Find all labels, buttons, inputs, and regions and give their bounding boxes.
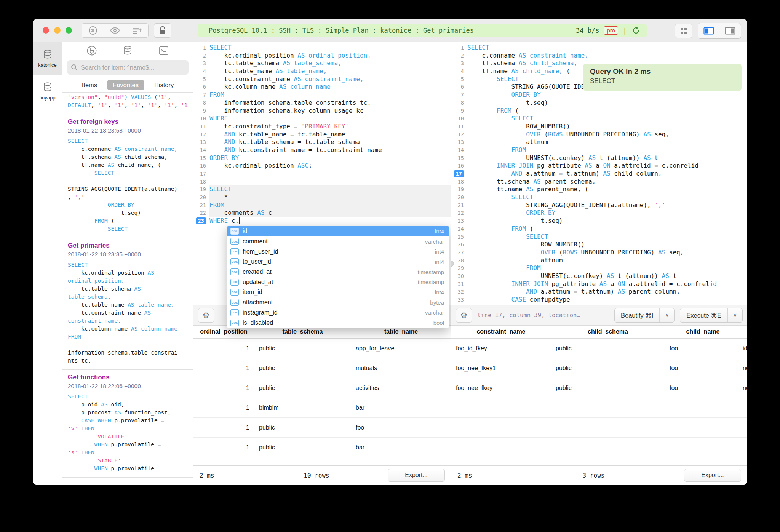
cell-child-schema[interactable]: public	[551, 339, 665, 358]
favorite-title: Get foreign keys	[68, 118, 188, 126]
cell-constraint-name[interactable]: foo_id_fkey	[451, 339, 551, 358]
code-line: 30 UNNEST(c.confkey) AS t (attnum)) AS t	[451, 272, 747, 280]
right-panel-toggle[interactable]	[719, 23, 741, 38]
commit-button[interactable]	[126, 24, 148, 37]
cell-clipped[interactable]: nee	[741, 378, 747, 398]
cell-constraint-name[interactable]: foo_nee_fkey	[451, 378, 551, 398]
execute-chevron-icon[interactable]: ∨	[728, 308, 742, 322]
column-header[interactable]	[741, 326, 747, 338]
cell-ordinal-position[interactable]: 1	[193, 398, 254, 417]
cell-ordinal-position[interactable]: 1	[193, 378, 254, 398]
favorite-item[interactable]: Get foreign keys2018-01-22 18:23:58 +000…	[62, 114, 193, 238]
search-input[interactable]: Search for item: ^name$...	[67, 60, 189, 75]
table-row[interactable]: foo_nee_fkeypublicfoonee	[451, 378, 747, 398]
cell-clipped[interactable]: nee	[741, 358, 747, 378]
autocomplete-item-instagram_id[interactable]: COLinstagram_idvarchar	[227, 308, 449, 318]
autocomplete-item-comment[interactable]: COLcommentvarchar	[227, 236, 449, 247]
favorite-item[interactable]: Get functions2018-01-22 18:22:06 +0000SE…	[62, 370, 193, 478]
export-button[interactable]: Export...	[388, 469, 445, 482]
table-row[interactable]: foo_id_fkeypublicfooid	[451, 339, 747, 358]
cell-child-schema[interactable]: public	[551, 378, 665, 398]
cell-table-schema[interactable]: public	[254, 339, 351, 358]
column-name: is_disabled	[243, 320, 430, 326]
code-line: 9 FROM (	[451, 107, 747, 115]
cell-table-name[interactable]: mutuals	[351, 358, 451, 378]
open-items-button[interactable]	[675, 24, 692, 38]
column-header-constraint_name[interactable]: constraint_name	[451, 326, 551, 338]
tab-favorites[interactable]: Favorites	[107, 80, 144, 90]
cell-child-schema[interactable]: public	[551, 358, 665, 378]
cell-table-name[interactable]: app_for_leave	[351, 339, 451, 358]
autocomplete-item-id[interactable]: COLidint4	[227, 226, 449, 236]
tab-items[interactable]: Items	[82, 81, 97, 89]
table-row-empty[interactable]	[451, 438, 747, 457]
cell-table-name[interactable]: activities	[351, 378, 451, 398]
table-row[interactable]: 1publicapp_for_leave	[193, 339, 451, 358]
code-line: 31 INNER JOIN pg_attribute AS a ON a.att…	[451, 280, 747, 288]
cell-table-schema[interactable]: public	[254, 457, 351, 465]
table-row[interactable]: 1publicactivities	[193, 378, 451, 398]
table-row[interactable]: 1publicbar	[193, 438, 451, 457]
autocomplete-item-is_disabled[interactable]: COLis_disabledbool	[227, 318, 449, 328]
cell-ordinal-position[interactable]: 1	[193, 457, 254, 465]
column-header-child_schema[interactable]: child_schema	[551, 326, 665, 338]
cell-child-name[interactable]: foo	[665, 339, 741, 358]
gear-icon[interactable]: ⚙	[198, 308, 214, 323]
table-row-empty[interactable]	[451, 398, 747, 418]
terminal-icon[interactable]	[158, 45, 169, 56]
cell-child-name[interactable]: foo	[665, 358, 741, 378]
cell-constraint-name[interactable]: foo_nee_fkey1	[451, 358, 551, 378]
autocomplete-item-item_id[interactable]: COLitem_idint4	[227, 287, 449, 297]
connection-item-katonice[interactable]: katonice	[33, 42, 62, 75]
export-button[interactable]: Export...	[684, 469, 741, 482]
cell-ordinal-position[interactable]: 1	[193, 438, 254, 457]
cell-table-schema[interactable]: bimbim	[254, 398, 351, 417]
cell-child-name[interactable]: foo	[665, 378, 741, 398]
cell-ordinal-position[interactable]: 1	[193, 418, 254, 437]
cell-table-schema[interactable]: public	[254, 418, 351, 437]
table-row[interactable]: foo_nee_fkey1publicfoonee	[451, 358, 747, 378]
table-row-empty[interactable]	[451, 457, 747, 465]
cell-ordinal-position[interactable]: 1	[193, 339, 254, 358]
cell-table-schema[interactable]: public	[254, 378, 351, 398]
minimize-window-button[interactable]	[54, 27, 61, 34]
execute-button[interactable]: Execute ⌘E	[680, 308, 728, 322]
zoom-window-button[interactable]	[66, 27, 72, 34]
autocomplete-item-to_user_id[interactable]: COLto_user_idint4	[227, 257, 449, 267]
autocomplete-item-attachment[interactable]: COLattachmentbytea	[227, 297, 449, 308]
cell-ordinal-position[interactable]: 1	[193, 358, 254, 378]
plug-icon[interactable]	[86, 45, 98, 56]
lock-button[interactable]	[154, 23, 171, 38]
favorite-item[interactable]: Get primaries2018-01-22 18:23:35 +0000SE…	[62, 238, 193, 370]
cell-table-name[interactable]: foo	[351, 418, 451, 437]
tab-history[interactable]: History	[154, 81, 174, 89]
table-row-empty[interactable]	[451, 418, 747, 438]
database-icon[interactable]	[122, 45, 133, 56]
cell-table-name[interactable]: bar	[351, 398, 451, 417]
favorite-item-partial[interactable]: "version", "uuid") VALUES ('1',DEFAULT, …	[62, 93, 193, 114]
beautify-chevron-icon[interactable]: ∨	[660, 308, 674, 322]
autocomplete-item-created_at[interactable]: COLcreated_attimestamp	[227, 267, 449, 277]
left-panel-toggle[interactable]	[698, 23, 719, 38]
autocomplete-item-updated_at[interactable]: COLupdated_attimestamp	[227, 277, 449, 287]
close-window-button[interactable]	[43, 27, 49, 34]
beautify-button[interactable]: Beautify ⌘I	[615, 308, 660, 322]
line-number: 7	[451, 91, 467, 99]
cell-table-name[interactable]: bar	[351, 438, 451, 457]
favorite-date: 2018-01-22 18:23:35 +0000	[68, 251, 188, 258]
table-row[interactable]: 1publicfoo	[193, 418, 451, 438]
autocomplete-item-from_user_id[interactable]: COLfrom_user_idint4	[227, 246, 449, 257]
refresh-icon[interactable]	[631, 26, 641, 35]
table-row[interactable]: 1publicmutuals	[193, 358, 451, 378]
preview-button[interactable]	[104, 24, 126, 37]
cell-table-schema[interactable]: public	[254, 358, 351, 378]
cell-clipped[interactable]: id	[741, 339, 747, 358]
cell-table-name[interactable]: bookings	[351, 457, 451, 465]
stop-button[interactable]	[82, 24, 104, 37]
table-row[interactable]: 1publicbookings	[193, 457, 451, 465]
cell-table-schema[interactable]: public	[254, 438, 351, 457]
connection-item-tinyapp[interactable]: tinyapp	[33, 75, 62, 107]
gear-icon[interactable]: ⚙	[456, 308, 472, 323]
table-row[interactable]: 1bimbimbar	[193, 398, 451, 418]
column-header-child_name[interactable]: child_name	[665, 326, 741, 338]
